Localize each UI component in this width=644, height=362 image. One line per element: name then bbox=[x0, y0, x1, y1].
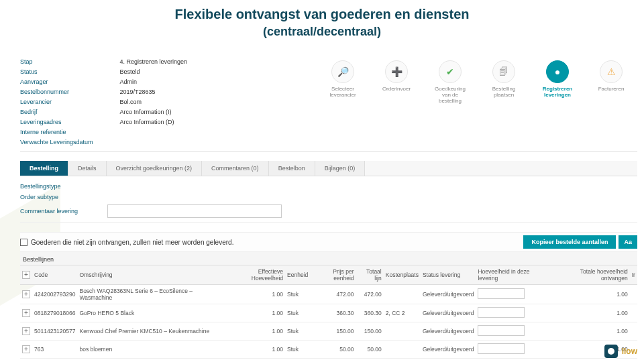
expand-icon[interactable]: + bbox=[22, 327, 30, 335]
step-icon: ● bbox=[546, 60, 569, 83]
lbl-interne-referentie: Interne referentie bbox=[20, 128, 93, 137]
lbl-stap: Stap bbox=[20, 58, 93, 66]
cell-ontvangen: 1.00 bbox=[552, 304, 630, 322]
lbl-bedrijf: Bedrijf bbox=[20, 108, 93, 117]
qty-input[interactable] bbox=[478, 307, 525, 318]
cell-omschrijving: GoPro HERO 5 Black bbox=[77, 304, 224, 322]
goods-checkbox[interactable] bbox=[20, 239, 28, 246]
expand-icon[interactable]: + bbox=[22, 345, 30, 353]
th-ir[interactable]: Ir bbox=[630, 265, 637, 285]
workflow-steps: 🔎Selecteer leverancier➕Orderinvoer✔Goedk… bbox=[323, 58, 637, 147]
step-label: Goedkeuring van de bestelling bbox=[431, 86, 470, 104]
info-block: Stap Status Aanvrager Bestelbonnummer Le… bbox=[20, 58, 187, 147]
cell-status: Geleverd/uitgevoerd bbox=[421, 285, 476, 304]
th-prijs[interactable]: Prijs per eenheid bbox=[310, 265, 356, 285]
lbl-bestellingstype: Bestellingstype bbox=[20, 183, 101, 190]
val-aanvrager: Admin bbox=[120, 78, 188, 86]
cell-prijs: 472.00 bbox=[310, 285, 356, 304]
cell-prijs: 150.00 bbox=[310, 322, 356, 341]
cell-eff: 1.00 bbox=[224, 322, 285, 341]
step-icon: ✔ bbox=[439, 60, 462, 83]
val-stap: 4. Registreren leveringen bbox=[120, 58, 188, 66]
th-hoev[interactable]: Hoeveelheid in deze levering bbox=[476, 265, 551, 285]
cell-ontvangen: 1.00 bbox=[552, 285, 630, 304]
workflow-step-4[interactable]: ●Registreren leveringen bbox=[538, 60, 577, 98]
th-eenheid[interactable]: Eenheid bbox=[285, 265, 310, 285]
val-leverancier: Bol.com bbox=[120, 98, 188, 107]
cell-omschrijving: Kenwood Chef Premier KMC510 – Keukenmach… bbox=[77, 322, 224, 341]
cell-prijs: 50.00 bbox=[310, 341, 356, 359]
cell-kostenplaats bbox=[384, 341, 421, 359]
step-label: Bestelling plaatsen bbox=[484, 86, 523, 98]
table-row: +5011423120577Kenwood Chef Premier KMC51… bbox=[20, 322, 637, 341]
expand-all-icon[interactable]: + bbox=[22, 271, 30, 279]
cell-totaal: 472.00 bbox=[356, 285, 384, 304]
step-icon: ⚠ bbox=[600, 60, 623, 83]
step-label: Selecteer leverancier bbox=[323, 86, 362, 98]
th-totaal[interactable]: Totaal lijn bbox=[356, 265, 384, 285]
cell-totaal: 50.00 bbox=[356, 341, 384, 359]
cell-ontvangen: 1.00 bbox=[552, 322, 630, 341]
step-icon: 🔎 bbox=[331, 60, 354, 83]
th-status[interactable]: Status levering bbox=[421, 265, 476, 285]
tab-1[interactable]: Details bbox=[68, 161, 107, 176]
th-eff[interactable]: Effectieve Hoeveelheid bbox=[224, 265, 285, 285]
th-omschrijving[interactable]: Omschrijving bbox=[77, 265, 224, 285]
expand-icon[interactable]: + bbox=[22, 290, 30, 298]
val-leveringsadres: Arco Information (D) bbox=[120, 118, 188, 127]
tab-5[interactable]: Bijlagen (0) bbox=[315, 161, 366, 176]
cell-status: Geleverd/uitgevoerd bbox=[421, 322, 476, 341]
tab-0[interactable]: Bestelling bbox=[20, 161, 68, 176]
lbl-aanvrager: Aanvrager bbox=[20, 78, 93, 86]
cell-code: 5011423120577 bbox=[32, 322, 77, 341]
cell-prijs: 360.30 bbox=[310, 304, 356, 322]
workflow-step-0[interactable]: 🔎Selecteer leverancier bbox=[323, 60, 362, 98]
table-row: +0818279018066GoPro HERO 5 Black1.00Stuk… bbox=[20, 304, 637, 322]
aa-button[interactable]: Aa bbox=[619, 235, 637, 249]
cell-omschrijving: Bosch WAQ28363NL Serie 6 – EcoSilence – … bbox=[77, 285, 224, 304]
cell-kostenplaats: 2, CC 2 bbox=[384, 304, 421, 322]
workflow-step-3[interactable]: 🗐Bestelling plaatsen bbox=[484, 60, 523, 98]
cell-code: 0818279018066 bbox=[32, 304, 77, 322]
qty-input[interactable] bbox=[478, 343, 525, 354]
expand-icon[interactable]: + bbox=[22, 309, 30, 317]
copy-quantities-button[interactable]: Kopieer bestelde aantallen bbox=[523, 235, 616, 249]
lbl-bestelbonnummer: Bestelbonnummer bbox=[20, 88, 93, 97]
app-panel: Stap Status Aanvrager Bestelbonnummer Le… bbox=[20, 58, 637, 362]
qty-input[interactable] bbox=[478, 288, 525, 299]
step-label: Factureren bbox=[598, 86, 625, 92]
totals-eff: 4.00 bbox=[224, 359, 285, 363]
workflow-step-1[interactable]: ➕Orderinvoer bbox=[377, 60, 416, 92]
workflow-step-2[interactable]: ✔Goedkeuring van de bestelling bbox=[431, 60, 470, 104]
brand-logo: llow bbox=[604, 345, 637, 358]
lbl-status: Status bbox=[20, 68, 93, 76]
val-status: Besteld bbox=[120, 68, 188, 76]
tab-3[interactable]: Commentaren (0) bbox=[202, 161, 269, 176]
cell-totaal: 360.30 bbox=[356, 304, 384, 322]
tab-2[interactable]: Overzicht goedkeuringen (2) bbox=[107, 161, 203, 176]
lbl-commentaar: Commentaar levering bbox=[20, 208, 101, 215]
cell-eenheid: Stuk bbox=[285, 304, 310, 322]
qty-input[interactable] bbox=[478, 325, 525, 336]
table-row: +4242002793290Bosch WAQ28363NL Serie 6 –… bbox=[20, 285, 637, 304]
commentaar-input[interactable] bbox=[107, 204, 282, 218]
action-row: Goederen die niet zijn ontvangen, zullen… bbox=[20, 232, 637, 252]
brand-icon bbox=[604, 345, 618, 358]
cell-kostenplaats bbox=[384, 322, 421, 341]
val-bestelbonnummer: 2019/T28635 bbox=[120, 88, 188, 97]
brand-text: llow bbox=[622, 347, 637, 356]
page-subtitle: (centraal/decentraal) bbox=[0, 25, 644, 44]
step-icon: ➕ bbox=[385, 60, 408, 83]
th-code[interactable]: Code bbox=[32, 265, 77, 285]
cell-status: Geleverd/uitgevoerd bbox=[421, 341, 476, 359]
th-kosten[interactable]: Kostenplaats bbox=[384, 265, 421, 285]
workflow-step-5[interactable]: ⚠Factureren bbox=[592, 60, 631, 92]
form-fields: Bestellingstype Order subtype Commentaar… bbox=[20, 176, 637, 223]
cell-eenheid: Stuk bbox=[285, 322, 310, 341]
cell-qty-input bbox=[476, 341, 551, 359]
step-label: Registreren leveringen bbox=[538, 86, 577, 98]
cell-qty-input bbox=[476, 285, 551, 304]
th-totontv[interactable]: Totale hoeveelheid ontvangen bbox=[552, 265, 630, 285]
tab-4[interactable]: Bestelbon bbox=[269, 161, 315, 176]
cell-eff: 1.00 bbox=[224, 285, 285, 304]
